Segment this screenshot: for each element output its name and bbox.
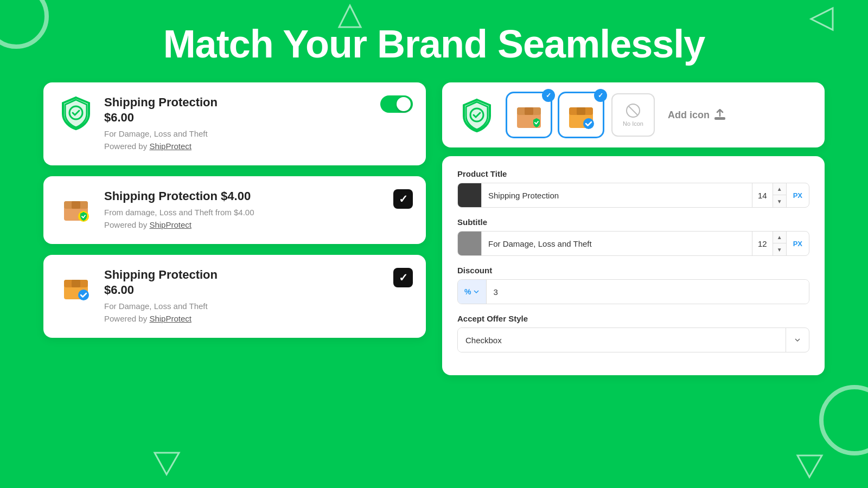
card-1-price: $6.00 [104,111,411,125]
discount-input[interactable] [487,280,809,304]
icon-option-none[interactable]: No Icon [611,93,655,137]
subtitle-unit: PX [787,240,809,248]
product-title-size-value: 14 [752,191,773,200]
subtitle-group: Subtitle 12 ▲ ▼ PX [457,217,809,256]
icon-pkg-check-svg [564,98,598,132]
card-2-content: Shipping Protection $4.00 From damage, L… [104,189,411,231]
product-title-unit: PX [787,191,809,200]
product-title-size-arrows: ▲ ▼ [773,183,787,207]
subtitle-label: Subtitle [457,217,809,227]
svg-rect-19 [577,107,585,115]
deco-triangle-br [795,453,825,480]
package-shield-icon [59,189,93,224]
check-badge-2: ✓ [594,89,607,102]
subtitle-row: 12 ▲ ▼ PX [457,231,809,256]
card-1-link[interactable]: ShipProtect [149,142,192,151]
svg-rect-11 [72,280,80,287]
subtitle-color[interactable] [458,232,482,255]
card-1-content: Shipping Protection $6.00 For Damage, Lo… [104,95,411,152]
subtitle-size-arrows: ▲ ▼ [773,232,787,255]
product-title-input[interactable] [482,183,752,207]
card-2-link[interactable]: ShipProtect [149,220,192,229]
card-1-title: Shipping Protection [104,95,411,110]
card-3-checkbox[interactable] [393,268,413,287]
icon-option-pkg-shield[interactable]: ✓ [507,93,551,137]
page-title: Match Your Brand Seamlessly [0,22,868,66]
discount-dropdown-icon [473,288,480,295]
product-title-size-up[interactable]: ▲ [773,183,786,195]
add-icon-button[interactable]: Add icon [668,109,726,121]
accept-offer-group: Accept Offer Style [457,314,809,352]
icon-option-shield[interactable] [455,93,499,137]
icon-option-pkg-check[interactable]: ✓ [559,93,603,137]
card-3-price: $6.00 [104,283,411,297]
discount-group: Discount % [457,266,809,304]
card-1-icon [59,95,93,130]
svg-marker-3 [797,455,822,477]
product-title-group: Product Title 14 ▲ ▼ PX [457,169,809,208]
subtitle-size-value: 12 [752,239,773,248]
checkbox-checked-3[interactable] [393,268,413,287]
product-title-size-down[interactable]: ▼ [773,195,786,207]
card-3-desc: For Damage, Loss and Theft Powered by Sh… [104,300,411,325]
check-badge-1: ✓ [542,89,555,102]
card-2-checkbox[interactable] [393,189,413,209]
card-3-content: Shipping Protection $6.00 For Damage, Lo… [104,268,411,325]
subtitle-input[interactable] [482,232,752,255]
subtitle-size-down[interactable]: ▼ [773,243,786,255]
left-column: Shipping Protection $6.00 For Damage, Lo… [43,82,426,375]
card-3: Shipping Protection $6.00 For Damage, Lo… [43,255,426,338]
icon-pkg-shield-svg [512,98,546,132]
settings-panel: Product Title 14 ▲ ▼ PX Subtit [442,156,825,375]
accept-offer-row [457,328,809,352]
discount-type-selector[interactable]: % [458,280,487,304]
chevron-down-icon [794,336,801,344]
accept-offer-input[interactable] [458,328,786,352]
card-1: Shipping Protection $6.00 For Damage, Lo… [43,82,426,165]
accept-offer-dropdown[interactable] [786,328,809,352]
svg-point-20 [583,118,594,129]
discount-row: % [457,279,809,304]
subtitle-size-control: 12 ▲ ▼ PX [752,232,809,255]
svg-rect-7 [72,201,80,209]
card-2-title: Shipping Protection $4.00 [104,189,411,203]
right-column: ✓ ✓ [442,82,825,375]
package-check-icon [59,268,93,303]
card-3-link[interactable]: ShipProtect [149,314,192,323]
svg-rect-23 [714,117,725,120]
upload-icon [714,109,726,121]
discount-type-value: % [464,287,471,296]
add-icon-label: Add icon [668,110,710,121]
product-title-row: 14 ▲ ▼ PX [457,183,809,208]
product-title-color[interactable] [458,183,482,207]
no-icon-symbol [626,103,641,118]
toggle-switch[interactable] [380,95,413,113]
card-1-desc: For Damage, Loss and Theft Powered by Sh… [104,128,411,152]
checkbox-checked[interactable] [393,189,413,209]
card-3-icon [59,268,93,303]
icon-shield-svg [459,98,494,132]
deco-triangle-bl [152,450,182,477]
icon-panel: ✓ ✓ [442,82,825,147]
svg-point-12 [78,290,89,300]
svg-line-22 [629,106,637,115]
card-1-toggle[interactable] [380,95,413,113]
svg-marker-2 [155,453,179,474]
no-icon-label: No Icon [623,120,643,127]
product-title-size-control: 14 ▲ ▼ PX [752,183,809,207]
discount-label: Discount [457,266,809,275]
accept-offer-label: Accept Offer Style [457,314,809,323]
deco-circle-br [819,385,868,455]
card-3-title: Shipping Protection [104,268,411,282]
subtitle-size-up[interactable]: ▲ [773,232,786,243]
shield-icon [59,95,93,130]
product-title-label: Product Title [457,169,809,178]
card-2-icon [59,189,93,224]
card-2-desc: From damage, Loss and Theft from $4.00 P… [104,207,411,231]
svg-rect-16 [525,107,533,115]
card-2: Shipping Protection $4.00 From damage, L… [43,176,426,244]
